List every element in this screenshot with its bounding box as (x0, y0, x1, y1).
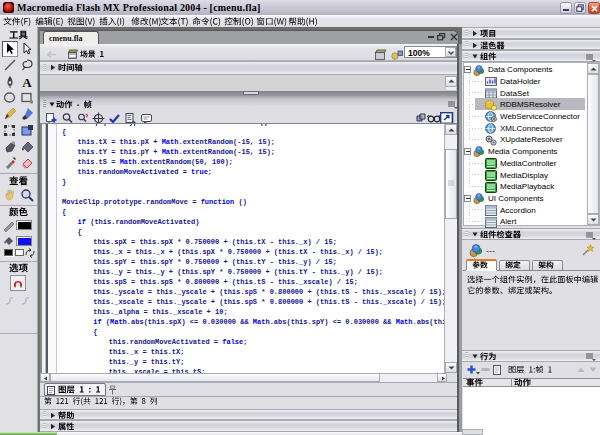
svg-text:A: A (22, 75, 32, 89)
